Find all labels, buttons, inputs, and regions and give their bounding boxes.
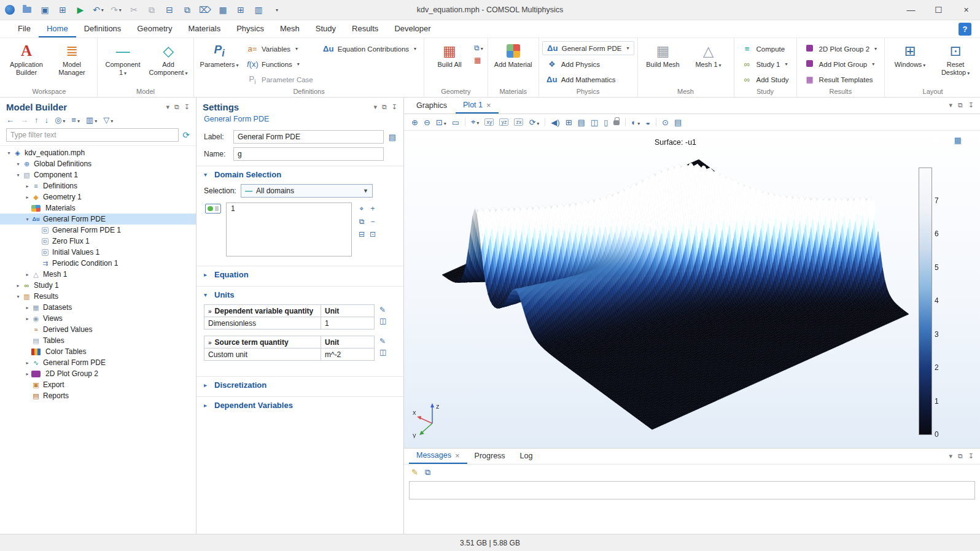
quantity-cell[interactable]: Custom unit [204, 349, 321, 361]
filter-input[interactable] [6, 128, 179, 142]
table-row[interactable]: Dimensionless 1 [204, 317, 375, 329]
expand-icon[interactable]: ▸ [23, 371, 31, 377]
close-tab-icon[interactable]: × [455, 451, 460, 460]
tree-item-export[interactable]: Export [0, 379, 196, 390]
add-to-selection-icon[interactable]: + [368, 202, 378, 214]
collapse-icon[interactable]: ▾ [14, 294, 22, 299]
tree-item-color-tables[interactable]: Color Tables [0, 346, 196, 357]
plot-properties-icon[interactable]: ▦ [954, 136, 962, 145]
close-tab-icon[interactable]: × [486, 101, 491, 110]
pin-panel-icon[interactable]: ↧ [968, 452, 974, 460]
tree-item-component-1[interactable]: ▾Component 1 [0, 169, 196, 180]
menu-definitions[interactable]: Definitions [76, 20, 130, 37]
model-manager-button[interactable]: ≣ Model Manager [50, 40, 94, 87]
float-panel-icon[interactable]: ⧉ [382, 103, 387, 111]
tree-item-derived-values[interactable]: Derived Values [0, 324, 196, 335]
panel-menu-icon[interactable]: ▾ [949, 452, 952, 460]
unit-list-icon[interactable]: ◫ [379, 348, 386, 356]
edit-label-icon[interactable]: ▤ [389, 133, 396, 142]
transparency-icon[interactable]: ◒ [645, 118, 650, 127]
copy-selection-icon[interactable]: ⧉ [357, 215, 367, 227]
help-button[interactable]: ? [959, 23, 971, 36]
tree-item-general-form-pde[interactable]: ▸General Form PDE [0, 357, 196, 368]
move-up-icon[interactable]: ↑ [34, 115, 39, 125]
delete-icon[interactable]: ⌦ [196, 2, 214, 18]
search-icon[interactable]: ⊞ [54, 2, 71, 18]
go-to-default-view-icon[interactable]: ⌖▾ [471, 117, 479, 127]
build-selected-icon[interactable]: ⧉▾ [474, 44, 483, 52]
redo-icon[interactable]: ↷▾ [107, 2, 125, 18]
messages-content[interactable] [409, 481, 975, 499]
back-icon[interactable]: ← [6, 115, 14, 125]
tree-item-materials[interactable]: Materials [0, 202, 196, 214]
maximize-button[interactable]: ☐ [925, 0, 952, 20]
tree-item-datasets[interactable]: ▸Datasets [0, 302, 196, 313]
pin-panel-icon[interactable]: ↧ [968, 101, 974, 109]
tree-item-periodic-condition-1[interactable]: Periodic Condition 1 [0, 258, 196, 269]
menu-home[interactable]: Home [39, 20, 76, 37]
tab-graphics[interactable]: Graphics [409, 98, 454, 114]
add-component-button[interactable]: ◇ Add Component▾ [146, 40, 190, 87]
reset-desktop-button[interactable]: ⊡ Reset Desktop▾ [933, 40, 978, 87]
tab-log[interactable]: Log [513, 448, 540, 464]
add-plot-group-button[interactable]: Add Plot Group▾ [800, 56, 881, 72]
columns-icon[interactable]: ▥▾ [86, 115, 97, 125]
windows-button[interactable]: ⊞ Windows▾ [888, 40, 932, 87]
create-selection-icon[interactable]: ⌖ [357, 202, 367, 214]
float-panel-icon[interactable]: ⧉ [958, 101, 963, 109]
print-icon[interactable]: ▤ [674, 118, 682, 127]
units-header[interactable]: ▾ Units [196, 287, 403, 303]
surface-plot-canvas[interactable] [404, 131, 979, 448]
save-icon[interactable]: ▣ [36, 2, 53, 18]
image-icon[interactable]: ▤ [578, 118, 585, 127]
expand-icon[interactable]: ▸ [23, 272, 31, 277]
grid-icon[interactable]: ▦ [214, 2, 231, 18]
compute-button[interactable]: ≡ Compute [737, 41, 793, 56]
menu-mesh[interactable]: Mesh [272, 20, 308, 37]
table-expand-icon[interactable]: » [208, 308, 212, 315]
expand-icon[interactable]: ▸ [14, 283, 22, 288]
open-file-icon[interactable] [18, 2, 36, 18]
plot-area[interactable]: Surface: -u1 ▦ 76543210 z x y [404, 131, 980, 448]
add-physics-button[interactable]: ❖ Add Physics [542, 56, 634, 72]
zx-view-icon[interactable]: zx [514, 118, 523, 126]
result-templates-button[interactable]: ▦ Result Templates [800, 72, 881, 87]
equation-contributions-button[interactable]: Δu Equation Contributions▾ [319, 41, 421, 56]
settings-menu-icon[interactable]: ▾ [373, 103, 377, 111]
grid-search-icon[interactable]: ⊞ [232, 2, 249, 18]
xy-view-icon[interactable]: xy [484, 118, 494, 126]
move-down-icon[interactable]: ↓ [45, 115, 49, 125]
mesh-1-button[interactable]: △ Mesh 1▾ [686, 40, 731, 87]
paste-selection-icon[interactable]: ⊟ [357, 228, 367, 240]
menu-file[interactable]: File [10, 20, 39, 37]
parameter-case-button[interactable]: Pi Parameter Case [243, 72, 317, 87]
tree-item-geometry-1[interactable]: ▸Geometry 1 [0, 191, 196, 202]
pin-panel-icon[interactable]: ↧ [392, 103, 397, 111]
lighting-icon[interactable]: ◐▾ [631, 118, 640, 127]
build-all-button[interactable]: ▦ Build All [427, 40, 472, 87]
tree-item-views[interactable]: ▸Views [0, 313, 196, 324]
physics-interface-select[interactable]: Δu General Form PDE▾ [542, 41, 634, 55]
2d-plot-group-2-button[interactable]: 2D Plot Group 2▾ [800, 41, 881, 56]
tree-item-initial-values-1[interactable]: Initial Values 1 [0, 247, 196, 258]
collapse-icon[interactable]: ▾ [14, 161, 22, 167]
collapse-icon[interactable]: ▾ [23, 217, 31, 222]
tree-item-results[interactable]: ▾Results [0, 291, 196, 302]
tree-item-zero-flux-1[interactable]: Zero Flux 1 [0, 236, 196, 247]
menu-physics[interactable]: Physics [228, 20, 272, 37]
zoom-out-icon[interactable]: ⊖ [424, 118, 430, 127]
tree-item-mesh-1[interactable]: ▸Mesh 1 [0, 269, 196, 280]
measure-icon[interactable]: ▦ [474, 56, 483, 64]
refresh-plot-icon[interactable]: ⟳▾ [529, 118, 539, 127]
tab-messages[interactable]: Messages× [409, 448, 467, 464]
speaker-icon[interactable]: ◀) [551, 118, 559, 127]
paste-icon[interactable]: ⊟ [161, 2, 178, 18]
table-expand-icon[interactable]: » [208, 339, 212, 346]
filter-icon[interactable]: ▽▾ [103, 115, 113, 125]
duplicate-icon[interactable]: ⧉ [179, 2, 196, 18]
edit-unit-icon[interactable]: ✎ [379, 337, 386, 345]
expand-icon[interactable]: ▸ [23, 183, 31, 189]
component-1-button[interactable]: — Component 1▾ [101, 40, 145, 87]
zoom-in-icon[interactable]: ⊕ [411, 118, 418, 127]
expand-icon[interactable]: ▸ [23, 360, 31, 366]
